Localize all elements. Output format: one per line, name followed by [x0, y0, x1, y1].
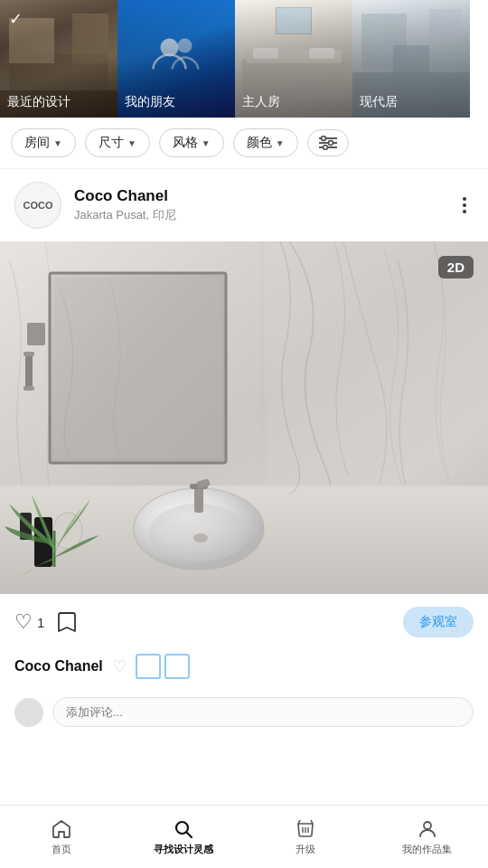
- bookmark-icon: [57, 611, 77, 633]
- nav-home-label: 首页: [52, 843, 71, 856]
- filter-size[interactable]: 尺寸 ▼: [85, 128, 150, 157]
- bottom-nav: 首页 寻找设计灵感 升级 我的作品集: [0, 805, 488, 868]
- thumbnail-2[interactable]: [164, 654, 190, 679]
- marble-wall: [0, 241, 488, 594]
- category-friends[interactable]: 我的朋友: [117, 0, 235, 118]
- arrow-icon: ▼: [202, 138, 211, 148]
- cart-icon: [295, 818, 316, 840]
- like-count: 1: [37, 615, 44, 630]
- svg-point-7: [323, 146, 327, 150]
- home-icon: [51, 818, 72, 840]
- filter-bar: 房间 ▼ 尺寸 ▼ 风格 ▼ 颜色 ▼: [0, 118, 488, 169]
- avatar[interactable]: COCO: [14, 182, 61, 229]
- category-master-label: 主人房: [242, 94, 280, 110]
- design-image[interactable]: 2D: [0, 241, 488, 594]
- nav-profile[interactable]: 我的作品集: [366, 813, 488, 862]
- svg-point-5: [321, 137, 325, 141]
- marble-scene: 2D: [0, 241, 488, 594]
- thumbnail-1[interactable]: [136, 654, 161, 679]
- nav-search[interactable]: 寻找设计灵感: [122, 813, 244, 862]
- user-info: Coco Chanel Jakarta Pusat, 印尼: [74, 187, 443, 223]
- more-options-button[interactable]: [455, 193, 474, 217]
- user-location: Jakarta Pusat, 印尼: [74, 207, 443, 223]
- 2d-badge: 2D: [438, 256, 474, 278]
- check-icon: ✓: [9, 9, 23, 29]
- action-row: ♡ 1 参观室: [0, 594, 488, 650]
- visit-button[interactable]: 参观室: [403, 607, 474, 637]
- category-row[interactable]: ✓ 最近的设计 我的朋友: [0, 0, 488, 118]
- action-left: ♡ 1: [14, 610, 403, 634]
- filter-style[interactable]: 风格 ▼: [159, 128, 224, 157]
- like-button[interactable]: ♡ 1: [14, 610, 44, 634]
- nav-cart-label: 升级: [296, 843, 315, 856]
- category-friends-label: 我的朋友: [125, 94, 175, 110]
- filter-more-button[interactable]: [307, 129, 349, 156]
- svg-line-30: [186, 832, 192, 837]
- arrow-icon: ▼: [127, 138, 136, 148]
- nav-search-label: 寻找设计灵感: [154, 843, 213, 856]
- design-title: Coco Chanel: [14, 658, 103, 675]
- comment-avatar: [14, 698, 43, 727]
- bookmark-button[interactable]: [57, 611, 77, 633]
- nav-home[interactable]: 首页: [0, 813, 122, 862]
- sliders-icon: [319, 136, 337, 150]
- svg-point-6: [328, 141, 333, 146]
- design-heart-icon[interactable]: ♡: [112, 656, 127, 676]
- filter-room[interactable]: 房间 ▼: [11, 128, 76, 157]
- category-modern[interactable]: 现代居: [352, 0, 470, 118]
- design-thumbnails: [136, 654, 190, 679]
- arrow-icon: ▼: [276, 138, 285, 148]
- search-icon: [173, 818, 194, 840]
- category-recent-label: 最近的设计: [7, 94, 70, 110]
- profile-icon: [417, 818, 438, 840]
- comment-row: [0, 690, 488, 738]
- nav-cart[interactable]: 升级: [244, 813, 366, 862]
- heart-icon: ♡: [14, 610, 33, 634]
- design-title-row: Coco Chanel ♡: [0, 650, 488, 690]
- user-row: COCO Coco Chanel Jakarta Pusat, 印尼: [0, 169, 488, 241]
- user-name: Coco Chanel: [74, 187, 443, 205]
- arrow-icon: ▼: [53, 138, 62, 148]
- category-master[interactable]: 主人房: [235, 0, 352, 118]
- nav-profile-label: 我的作品集: [402, 843, 452, 856]
- comment-input[interactable]: [52, 697, 474, 727]
- filter-color[interactable]: 颜色 ▼: [233, 128, 298, 157]
- category-modern-label: 现代居: [360, 94, 398, 110]
- category-recent[interactable]: ✓ 最近的设计: [0, 0, 117, 118]
- svg-point-31: [424, 822, 431, 829]
